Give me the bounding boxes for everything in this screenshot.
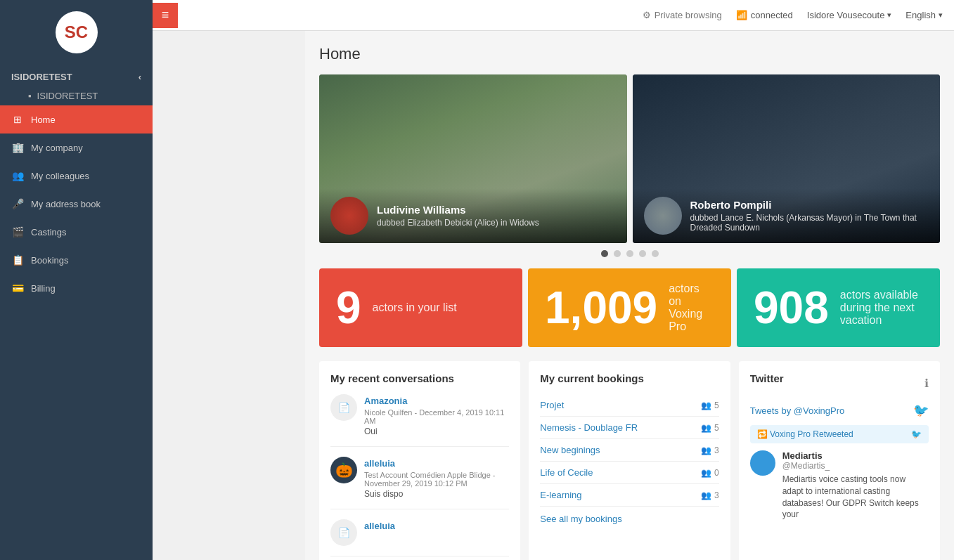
count-life-of-cecile: 0 xyxy=(714,468,719,478)
conv-link-amazonia[interactable]: Amazonia xyxy=(364,396,407,406)
tweet-name: Mediartis xyxy=(782,450,929,461)
sidebar-account-label: ISIDORETEST xyxy=(11,72,72,82)
user-menu[interactable]: Isidore Vousecoute ▾ xyxy=(807,10,892,20)
bookings-title: My current bookings xyxy=(540,372,718,384)
user-name-label: Isidore Vousecoute xyxy=(807,10,885,20)
toggle-icon: ⚙ xyxy=(643,10,651,20)
carousel-item-right[interactable]: Roberto Pompili dubbed Lance E. Nichols … xyxy=(633,74,941,243)
conversation-item-amazonia: 📄 Amazonia Nicole Quilfen - December 4, … xyxy=(330,394,509,447)
tweet-avatar xyxy=(750,450,775,476)
actor-info-left: Ludivine Williams dubbed Elizabeth Debic… xyxy=(377,204,539,228)
booking-row-elearning: E-learning 👥 3 xyxy=(540,484,718,507)
sidebar: SC ISIDORETEST ‹ ▪ ISIDORETEST ⊞ Home 🏢 … xyxy=(0,0,153,560)
twitter-handle: @VoxingPro xyxy=(794,405,844,416)
lang-chevron-icon: ▾ xyxy=(939,11,943,20)
language-label: English xyxy=(905,10,936,20)
booking-link-projet[interactable]: Projet xyxy=(540,400,564,410)
private-browsing-toggle[interactable]: ⚙ Private browsing xyxy=(643,10,722,20)
conv-link-alleluia-1[interactable]: alleluia xyxy=(364,458,395,469)
booking-row-nemesis: Nemesis - Doublage FR 👥 5 xyxy=(540,417,718,439)
retweet-text: Voxing Pro Retweeted xyxy=(770,429,853,439)
topbar: ≡ ⚙ Private browsing 📶 connected Isidore… xyxy=(153,0,954,31)
stats-row: 9 actors in your list 1,009 actors on Vo… xyxy=(319,268,940,347)
bottom-grid: My recent conversations 📄 Amazonia Nicol… xyxy=(319,361,940,560)
page-title: Home xyxy=(319,45,940,63)
sidebar-account-sub[interactable]: ▪ ISIDORETEST xyxy=(0,86,153,105)
people-icon-elearning: 👥 xyxy=(701,490,711,500)
booking-link-life-of-cecile[interactable]: Life of Cecile xyxy=(540,467,593,478)
actor-desc-right: dubbed Lance E. Nichols (Arkansas Mayor)… xyxy=(690,213,929,233)
sidebar-item-bookings[interactable]: 📋 Bookings xyxy=(0,246,153,274)
conversations-card: My recent conversations 📄 Amazonia Nicol… xyxy=(319,361,520,560)
conversation-item-alleluia-1: 🎃 alleluia Test Account Comédien Apple B… xyxy=(330,457,509,509)
booking-count-projet: 👥 5 xyxy=(701,401,719,410)
conv-avatar-alleluia-1: 🎃 xyxy=(330,457,357,483)
main-content: Home Ludivine Williams dubbed Elizabeth … xyxy=(305,31,954,560)
retweet-label: 🔁 Voxing Pro Retweeted xyxy=(757,429,853,439)
castings-icon: 🎬 xyxy=(11,226,24,237)
stat-num-actors-voxing: 1,009 xyxy=(545,285,657,330)
people-icon-new-beginings: 👥 xyxy=(701,445,711,455)
logo-icon: SC xyxy=(56,11,98,53)
carousel-dot-1[interactable] xyxy=(601,250,608,257)
hamburger-icon: ≡ xyxy=(162,8,169,22)
stat-actors-voxing[interactable]: 1,009 actors on Voxing Pro xyxy=(528,268,731,347)
sidebar-account-section[interactable]: ISIDORETEST ‹ xyxy=(0,65,153,86)
company-icon: 🏢 xyxy=(11,142,24,153)
user-chevron-icon: ▾ xyxy=(887,11,891,20)
twitter-header: Twitter ℹ xyxy=(750,372,929,394)
sidebar-item-castings[interactable]: 🎬 Castings xyxy=(0,218,153,246)
people-icon-projet: 👥 xyxy=(701,401,711,410)
menu-toggle-button[interactable]: ≡ xyxy=(153,3,178,28)
sidebar-item-my-address-book[interactable]: 🎤 My address book xyxy=(0,190,153,218)
sidebar-sub-icon: ▪ xyxy=(28,91,32,101)
tweets-by-label: Tweets by xyxy=(750,405,792,416)
stat-actors-list[interactable]: 9 actors in your list xyxy=(319,268,522,347)
actor-desc-left: dubbed Elizabeth Debicki (Alice) in Wido… xyxy=(377,218,539,228)
sidebar-item-my-colleagues[interactable]: 👥 My colleagues xyxy=(0,162,153,190)
sidebar-sub-label: ISIDORETEST xyxy=(37,91,98,101)
carousel-item-left[interactable]: Ludivine Williams dubbed Elizabeth Debic… xyxy=(319,74,627,243)
actor-name-left: Ludivine Williams xyxy=(377,204,539,216)
actor-info-right: Roberto Pompili dubbed Lance E. Nichols … xyxy=(690,199,929,233)
booking-link-elearning[interactable]: E-learning xyxy=(540,490,581,500)
colleagues-icon: 👥 xyxy=(11,170,24,181)
conv-body-alleluia-2: alleluia xyxy=(364,519,395,546)
sidebar-item-my-company[interactable]: 🏢 My company xyxy=(0,134,153,162)
sidebar-item-label: Home xyxy=(31,115,56,125)
carousel-overlay-right: Roberto Pompili dubbed Lance E. Nichols … xyxy=(633,188,941,243)
stat-actors-vacation[interactable]: 908 actors available during the next vac… xyxy=(737,268,940,347)
stat-label-actors-voxing: actors on Voxing Pro xyxy=(669,282,714,333)
people-icon-life-of-cecile: 👥 xyxy=(701,468,711,478)
conv-body-amazonia: Amazonia Nicole Quilfen - December 4, 20… xyxy=(364,394,509,436)
topbar-right: ⚙ Private browsing 📶 connected Isidore V… xyxy=(643,10,943,20)
count-elearning: 3 xyxy=(714,490,719,500)
home-icon: ⊞ xyxy=(11,114,24,125)
connected-label: connected xyxy=(751,10,793,20)
info-icon[interactable]: ℹ xyxy=(924,377,929,390)
language-selector[interactable]: English ▾ xyxy=(905,10,943,20)
count-new-beginings: 3 xyxy=(714,445,719,455)
sidebar-item-billing[interactable]: 💳 Billing xyxy=(0,274,153,302)
booking-link-nemesis[interactable]: Nemesis - Doublage FR xyxy=(540,422,638,433)
sidebar-logo: SC xyxy=(0,0,153,65)
booking-count-nemesis: 👥 5 xyxy=(701,423,719,433)
conv-link-alleluia-2[interactable]: alleluia xyxy=(364,521,395,531)
sidebar-item-home[interactable]: ⊞ Home xyxy=(0,105,153,134)
count-projet: 5 xyxy=(714,401,719,410)
carousel-dot-5[interactable] xyxy=(652,250,659,257)
booking-count-life-of-cecile: 👥 0 xyxy=(701,468,719,478)
carousel-dot-3[interactable] xyxy=(626,250,633,257)
sidebar-item-label: My colleagues xyxy=(31,171,89,181)
retweet-banner: 🔁 Voxing Pro Retweeted 🐦 xyxy=(750,425,929,443)
sidebar-item-label: My company xyxy=(31,143,83,153)
conv-text-amazonia: Oui xyxy=(364,426,509,436)
booking-link-new-beginings[interactable]: New beginings xyxy=(540,445,600,455)
actor-thumb-left xyxy=(330,197,368,235)
see-all-bookings-link[interactable]: See all my bookings xyxy=(540,514,718,524)
carousel-dot-4[interactable] xyxy=(639,250,646,257)
carousel-dot-2[interactable] xyxy=(614,250,621,257)
booking-count-elearning: 👥 3 xyxy=(701,490,719,500)
booking-row-projet: Projet 👥 5 xyxy=(540,394,718,417)
address-book-icon: 🎤 xyxy=(11,198,24,209)
